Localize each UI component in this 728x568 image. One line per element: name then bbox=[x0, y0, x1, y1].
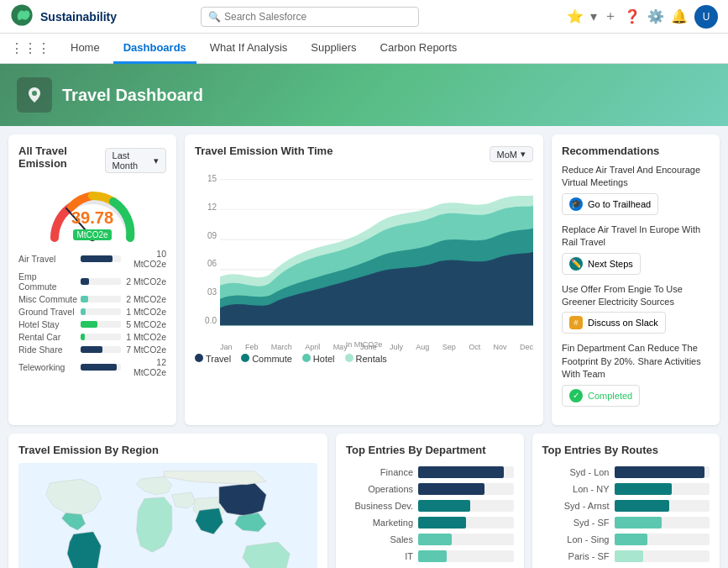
list-item: Ground Travel 1 MtCO2e bbox=[18, 307, 166, 317]
help-icon[interactable]: ❓ bbox=[624, 8, 641, 24]
search-bar[interactable]: 🔍 bbox=[201, 7, 419, 27]
nav-bar: ⋮⋮⋮ Home Dashboards What If Analysis Sup… bbox=[0, 34, 728, 64]
pencil-icon: ✏️ bbox=[569, 257, 583, 271]
time-chart-header: Travel Emission With Time MoM ▾ bbox=[195, 145, 533, 164]
time-chart-title: Travel Emission With Time bbox=[195, 145, 333, 157]
nav-home[interactable]: Home bbox=[60, 34, 110, 64]
main-content: All Travel Emission Last Month ▾ bbox=[0, 126, 728, 568]
list-item: Misc Commute 2 MtCO2e bbox=[18, 294, 166, 304]
row2: Travel Emission By Region bbox=[8, 434, 720, 568]
dept-chart-title: Top Entries By Department bbox=[346, 444, 514, 456]
slack-icon: # bbox=[569, 316, 583, 329]
dept-bar-finance: Finance bbox=[346, 466, 514, 478]
dept-bar-marketing: Marketing bbox=[346, 517, 514, 529]
avatar[interactable]: U bbox=[694, 5, 718, 29]
gauge-unit: MtCO2e bbox=[73, 229, 111, 240]
legend-rentals: Rentals bbox=[345, 354, 387, 364]
map-card: Travel Emission By Region bbox=[8, 434, 327, 568]
time-chart-svg bbox=[220, 171, 533, 339]
routes-chart-card: Top Entries By Routes Syd - Lon Lon - NY… bbox=[532, 434, 720, 568]
list-item: Rental Car 1 MtCO2e bbox=[18, 332, 166, 342]
trailhead-icon: 🎓 bbox=[569, 197, 583, 211]
period-dropdown[interactable]: Last Month ▾ bbox=[105, 148, 166, 173]
emission-list: Air Travel 10 MtCO2e Emp Commute 2 MtCO2… bbox=[18, 249, 166, 377]
list-item: Ride Share 7 MtCO2e bbox=[18, 344, 166, 355]
chart-legend: Travel Commute Hotel Rentals bbox=[195, 354, 533, 364]
routes-chart-title: Top Entries By Routes bbox=[542, 444, 710, 456]
dept-bar-operations: Operations bbox=[346, 483, 514, 495]
top-bar: Sustainability 🔍 ⭐ ▾ ＋ ❓ ⚙️ 🔔 U bbox=[0, 0, 728, 34]
map-svg bbox=[18, 463, 317, 568]
hero-icon bbox=[17, 77, 52, 113]
emission-title: All Travel Emission bbox=[18, 145, 105, 170]
emission-card: All Travel Emission Last Month ▾ bbox=[8, 134, 176, 425]
emission-header: All Travel Emission Last Month ▾ bbox=[18, 145, 166, 176]
recommendations-card: Recommendations Reduce Air Travel And En… bbox=[552, 134, 720, 425]
dept-bar-chart: Finance Operations Business Dev. Marketi… bbox=[346, 463, 514, 568]
app-name: Sustainability bbox=[40, 10, 117, 24]
svg-point-1 bbox=[32, 91, 37, 96]
rec-item-4: Fin Department Can Reduce The Footprint … bbox=[562, 342, 710, 406]
go-to-trailhead-button[interactable]: 🎓 Go to Trailhead bbox=[562, 193, 658, 215]
mom-dropdown[interactable]: MoM ▾ bbox=[490, 146, 533, 162]
discuss-slack-button[interactable]: # Discuss on Slack bbox=[562, 312, 666, 334]
completed-button[interactable]: ✓ Completed bbox=[562, 385, 640, 407]
map-title: Travel Emission By Region bbox=[18, 444, 317, 456]
gauge-value: 39.78 bbox=[46, 208, 139, 228]
chart-area: 15 12 09 06 03 0.0 bbox=[195, 171, 533, 339]
route-syd-lon: Syd - Lon bbox=[542, 466, 710, 478]
route-lon-sing: Lon - Sing bbox=[542, 534, 710, 545]
list-item: Air Travel 10 MtCO2e bbox=[18, 249, 166, 269]
legend-commute: Commute bbox=[241, 354, 292, 364]
dept-bar-it: IT bbox=[346, 550, 514, 562]
dept-chart-card: Top Entries By Department Finance Operat… bbox=[336, 434, 524, 568]
dept-bar-bizdev: Business Dev. bbox=[346, 500, 514, 512]
nav-suppliers[interactable]: Suppliers bbox=[301, 34, 366, 64]
next-steps-button[interactable]: ✏️ Next Steps bbox=[562, 253, 641, 275]
gauge-container: 39.78 MtCO2e bbox=[18, 183, 166, 242]
routes-bar-chart: Syd - Lon Lon - NY Syd - Arnst Syd - SF … bbox=[542, 463, 710, 568]
hero-banner: Travel Dashboard bbox=[0, 64, 728, 126]
rec-item-3: Use Offer From Engie To Use Greener Elec… bbox=[562, 283, 710, 334]
dept-bar-sales: Sales bbox=[346, 534, 514, 545]
chevron-down-icon: ▾ bbox=[154, 155, 159, 166]
search-input[interactable] bbox=[224, 11, 411, 23]
settings-icon[interactable]: ⚙️ bbox=[647, 8, 664, 24]
chevron-down-icon: ▾ bbox=[521, 149, 526, 160]
plus-icon[interactable]: ＋ bbox=[604, 8, 617, 25]
check-icon: ✓ bbox=[569, 389, 583, 402]
route-paris-sf: Paris - SF bbox=[542, 550, 710, 562]
rec-item-1: Reduce Air Travel And Encourage Virtual … bbox=[562, 164, 710, 215]
apps-icon[interactable]: ⋮⋮⋮ bbox=[10, 40, 50, 56]
list-item: Hotel Stay 5 MtCO2e bbox=[18, 319, 166, 329]
page-title: Travel Dashboard bbox=[62, 86, 203, 105]
list-item: Teleworking 12 MtCO2e bbox=[18, 357, 166, 377]
star-icon[interactable]: ⭐ bbox=[567, 8, 584, 24]
nav-carbon-reports[interactable]: Carbon Reports bbox=[370, 34, 468, 64]
list-item: Emp Commute 2 MtCO2e bbox=[18, 271, 166, 292]
row1: All Travel Emission Last Month ▾ bbox=[8, 134, 720, 425]
legend-travel: Travel bbox=[195, 354, 231, 364]
rec-item-2: Replace Air Travel In Europe With Rail T… bbox=[562, 224, 710, 275]
top-bar-actions: ⭐ ▾ ＋ ❓ ⚙️ 🔔 U bbox=[567, 5, 718, 29]
bell-icon[interactable]: 🔔 bbox=[671, 8, 688, 24]
chart-svg-container: JanFebMarchAprilMayJuneJulyAugSepOctNovD… bbox=[220, 171, 533, 339]
app-logo bbox=[10, 3, 34, 29]
legend-hotel: Hotel bbox=[302, 354, 335, 364]
world-map bbox=[18, 463, 317, 568]
recommendations-title: Recommendations bbox=[562, 145, 710, 157]
nav-what-if[interactable]: What If Analysis bbox=[200, 34, 297, 64]
nav-dashboards[interactable]: Dashboards bbox=[113, 34, 196, 64]
route-lon-ny: Lon - NY bbox=[542, 483, 710, 495]
route-syd-arnst: Syd - Arnst bbox=[542, 500, 710, 512]
route-syd-sf: Syd - SF bbox=[542, 517, 710, 529]
time-chart-card: Travel Emission With Time MoM ▾ 15 12 09… bbox=[185, 134, 543, 425]
search-icon: 🔍 bbox=[208, 11, 221, 23]
dropdown-icon[interactable]: ▾ bbox=[590, 8, 597, 24]
